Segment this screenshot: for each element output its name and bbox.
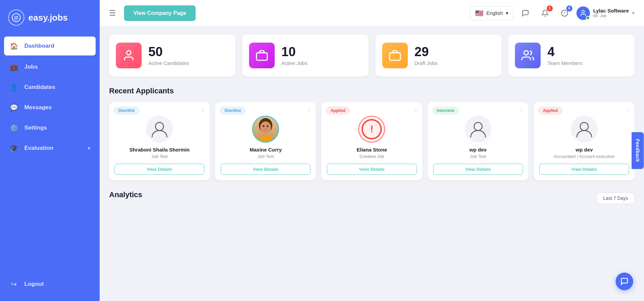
view-details-button-4[interactable]: View Details: [433, 164, 523, 175]
home-icon: 🏠: [9, 42, 18, 50]
stat-info-team-members: 4 Team Members: [547, 45, 582, 66]
content-area: 50 Active Candidates 10 Active Jobs: [100, 26, 644, 301]
user-company: Lylac Software: [593, 8, 629, 14]
sidebar-label-messages: Messages: [24, 104, 52, 111]
badge-applied-5: Applied: [539, 107, 562, 114]
messages-icon: 💬: [9, 103, 18, 112]
sidebar-item-settings[interactable]: ⚙️ Settings: [0, 118, 100, 138]
svg-text:@: @: [14, 15, 19, 20]
view-details-button-2[interactable]: View Details: [221, 164, 311, 175]
messages-icon-button[interactable]: [519, 7, 532, 20]
settings-icon: ⚙️: [9, 124, 18, 132]
language-selector[interactable]: 🇺🇸 English ▾: [470, 6, 513, 20]
sidebar-item-dashboard[interactable]: 🏠 Dashboard: [4, 37, 96, 55]
sidebar-item-jobs[interactable]: 💼 Jobs: [0, 57, 100, 77]
chevron-down-icon: ▾: [88, 145, 90, 151]
avatar-2: [252, 116, 279, 143]
logout-icon: ↪: [9, 280, 18, 288]
star-icon-5[interactable]: ☆: [625, 107, 630, 113]
user-menu[interactable]: Lylac Software Mr. Joe ▾: [576, 6, 635, 20]
recent-applicants-title: Recent Applicants: [109, 87, 635, 95]
sidebar-item-candidates[interactable]: 👤 Candidates: [0, 77, 100, 97]
flag-icon: 🇺🇸: [475, 9, 484, 17]
menu-icon[interactable]: ☰: [109, 9, 116, 18]
svg-rect-8: [390, 53, 400, 60]
badge-shortlist-1: Shortlist: [114, 107, 139, 114]
sidebar-item-logout[interactable]: ↪ Logout: [0, 274, 100, 294]
sidebar-label-candidates: Candidates: [24, 84, 55, 91]
avatar-5: [571, 116, 598, 143]
applicant-card-4: Interview ☆ wp dev Job Test View Details: [428, 102, 528, 180]
applicant-name-5: wp dev: [575, 147, 593, 153]
applicant-card-5: Applied ☆ wp dev Accountant / Account ex…: [534, 102, 635, 180]
svg-point-16: [474, 122, 482, 131]
svg-point-10: [155, 122, 164, 131]
draft-jobs-number: 29: [415, 45, 438, 58]
star-icon-2[interactable]: ☆: [306, 107, 311, 113]
avatar-1: [146, 116, 173, 143]
alerts-icon-button[interactable]: 6: [558, 7, 571, 20]
active-candidates-icon: [116, 43, 142, 68]
team-members-label: Team Members: [547, 60, 582, 66]
stat-card-team-members: 4 Team Members: [508, 34, 635, 76]
main-area: ☰ View Company Page 🇺🇸 English ▾ 1: [100, 0, 644, 301]
avatar: [576, 6, 590, 20]
svg-rect-7: [256, 53, 267, 60]
sidebar-bottom: ↪ Logout: [0, 274, 100, 301]
topbar-icons: 1 6: [519, 7, 571, 20]
feedback-tab[interactable]: Feedback: [632, 132, 644, 169]
svg-point-12: [260, 121, 271, 134]
draft-jobs-icon: [382, 43, 408, 68]
badge-shortlist-2: Shortlist: [220, 107, 245, 114]
sidebar-item-evaluation[interactable]: 🎓 Evaluation ▾: [0, 138, 100, 158]
applicant-name-3: Eliana Stone: [356, 147, 387, 153]
applicant-card-1: Shortlist ☆ Shraboni Shaila Shormin Job …: [109, 102, 210, 180]
applicant-name-2: Maxine Curry: [250, 147, 282, 153]
evaluation-icon: 🎓: [9, 144, 18, 152]
last-7-days-button[interactable]: Last 7 Days: [597, 192, 635, 204]
svg-point-6: [127, 51, 131, 55]
stat-info-active-jobs: 10 Active Jobs: [281, 45, 307, 66]
view-details-button-5[interactable]: View Details: [539, 164, 629, 175]
stats-grid: 50 Active Candidates 10 Active Jobs: [109, 34, 635, 76]
applicant-job-3: Creative Job: [360, 154, 384, 159]
analytics-header: Analytics Last 7 Days: [109, 190, 635, 206]
star-icon-4[interactable]: ☆: [519, 107, 524, 113]
user-info: Lylac Software Mr. Joe: [593, 8, 629, 18]
star-icon-1[interactable]: ☆: [200, 107, 205, 113]
view-details-button-1[interactable]: View Details: [115, 164, 204, 175]
sidebar-item-messages[interactable]: 💬 Messages: [0, 97, 100, 118]
stat-card-active-jobs: 10 Active Jobs: [242, 34, 369, 76]
user-name: Mr. Joe: [593, 14, 629, 18]
sidebar-label-logout: Logout: [24, 281, 44, 287]
view-details-button-3[interactable]: View Details: [327, 164, 417, 175]
view-company-button[interactable]: View Company Page: [124, 5, 196, 21]
stat-info-candidates: 50 Active Candidates: [148, 45, 189, 66]
active-jobs-number: 10: [281, 45, 307, 58]
sidebar-label-evaluation: Evaluation: [24, 145, 53, 152]
user-menu-chevron-icon: ▾: [632, 10, 635, 16]
badge-interview-4: Interview: [432, 107, 459, 114]
avatar-3: !: [358, 116, 385, 143]
notifications-bell-button[interactable]: 1: [539, 7, 551, 20]
app-name: easy.jobs: [28, 13, 68, 23]
sidebar: @ easy.jobs 🏠 Dashboard 💼 Jobs 👤 Candida…: [0, 0, 100, 301]
chat-fab-button[interactable]: [616, 273, 633, 290]
active-jobs-label: Active Jobs: [281, 60, 307, 66]
active-candidates-number: 50: [148, 45, 189, 58]
active-candidates-label: Active Candidates: [148, 60, 189, 66]
app-logo-icon: @: [8, 9, 24, 26]
analytics-title: Analytics: [109, 190, 142, 199]
stat-card-draft-jobs: 29 Draft Jobs: [375, 34, 502, 76]
sidebar-nav: 🏠 Dashboard 💼 Jobs 👤 Candidates 💬 Messag…: [0, 35, 100, 301]
applicant-job-4: Job Test: [470, 154, 486, 159]
star-icon-3[interactable]: ☆: [413, 107, 418, 113]
svg-point-13: [263, 125, 265, 127]
draft-jobs-label: Draft Jobs: [415, 60, 438, 66]
applicant-job-2: Job Test: [257, 154, 274, 159]
svg-point-9: [524, 51, 528, 55]
error-icon: !: [362, 119, 382, 139]
candidates-icon: 👤: [9, 83, 18, 91]
active-jobs-icon: [249, 43, 275, 68]
team-members-icon: [515, 43, 541, 68]
